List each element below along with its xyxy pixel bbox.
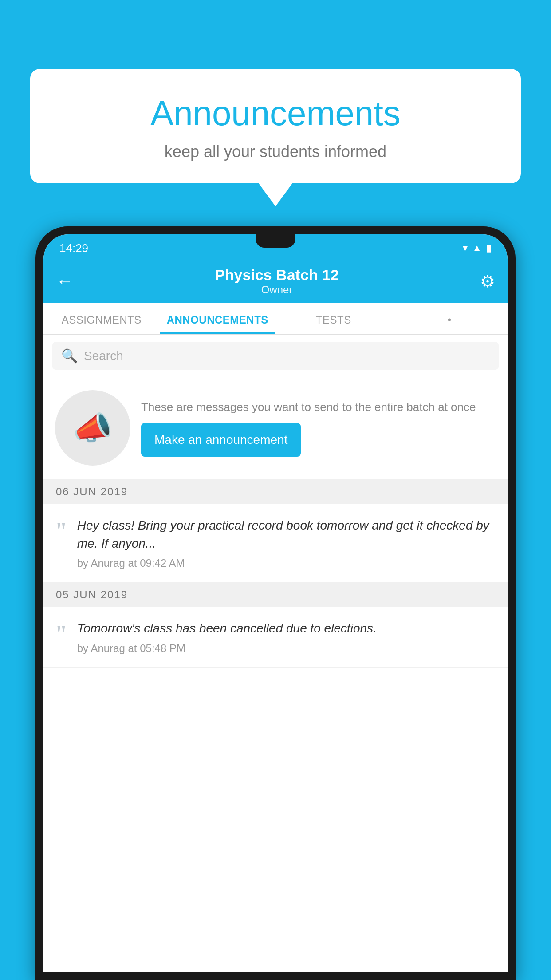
promo-section: 📣 These are messages you want to send to… [43, 377, 508, 479]
tab-assignments[interactable]: ASSIGNMENTS [43, 303, 160, 334]
search-box[interactable]: 🔍 Search [52, 342, 499, 370]
quote-icon-1: " [55, 519, 67, 541]
batch-title: Physics Batch 12 [215, 266, 339, 284]
status-bar: 14:29 ▾ ▲ ▮ [43, 234, 508, 260]
signal-icon: ▲ [472, 242, 482, 254]
header-title-container: Physics Batch 12 Owner [215, 266, 339, 296]
search-placeholder: Search [84, 349, 123, 363]
megaphone-icon: 📣 [73, 409, 113, 447]
batch-role: Owner [215, 284, 339, 296]
quote-icon-2: " [55, 622, 67, 644]
back-button[interactable]: ← [56, 271, 74, 291]
search-container: 🔍 Search [43, 335, 508, 377]
settings-icon[interactable]: ⚙ [480, 272, 495, 291]
date-divider-2: 05 JUN 2019 [43, 582, 508, 607]
date-divider-1: 06 JUN 2019 [43, 479, 508, 504]
announcement-text-2: Tomorrow's class has been cancelled due … [77, 620, 496, 638]
wifi-icon: ▾ [463, 242, 468, 254]
promo-right: These are messages you want to send to t… [141, 399, 496, 457]
announcement-meta-2: by Anurag at 05:48 PM [77, 642, 496, 655]
make-announcement-button[interactable]: Make an announcement [141, 423, 301, 457]
speech-bubble-arrow [259, 183, 292, 206]
status-time: 14:29 [59, 241, 88, 255]
notch [256, 234, 295, 248]
search-icon: 🔍 [61, 348, 78, 364]
announcement-content-1: Hey class! Bring your practical record b… [77, 517, 496, 569]
speech-bubble-container: Announcements keep all your students inf… [30, 69, 521, 206]
tabs-container: ASSIGNMENTS ANNOUNCEMENTS TESTS • [43, 303, 508, 335]
announcement-content-2: Tomorrow's class has been cancelled due … [77, 620, 496, 655]
promo-icon-circle: 📣 [55, 390, 130, 466]
promo-description: These are messages you want to send to t… [141, 399, 496, 415]
battery-icon: ▮ [486, 242, 492, 254]
status-icons: ▾ ▲ ▮ [463, 242, 492, 254]
announcement-meta-1: by Anurag at 09:42 AM [77, 557, 496, 569]
tab-more[interactable]: • [392, 303, 508, 334]
announcement-item-1[interactable]: " Hey class! Bring your practical record… [43, 504, 508, 582]
speech-bubble-subtitle: keep all your students informed [57, 142, 494, 161]
tab-announcements[interactable]: ANNOUNCEMENTS [160, 303, 276, 334]
speech-bubble: Announcements keep all your students inf… [30, 69, 521, 183]
speech-bubble-title: Announcements [57, 93, 494, 134]
phone-inner: 14:29 ▾ ▲ ▮ ← Physics Batch 12 Owner ⚙ A… [43, 234, 508, 972]
app-header: ← Physics Batch 12 Owner ⚙ [43, 260, 508, 303]
announcement-text-1: Hey class! Bring your practical record b… [77, 517, 496, 553]
announcement-item-2[interactable]: " Tomorrow's class has been cancelled du… [43, 607, 508, 668]
tab-tests[interactable]: TESTS [276, 303, 392, 334]
phone-frame: 14:29 ▾ ▲ ▮ ← Physics Batch 12 Owner ⚙ A… [35, 226, 516, 980]
